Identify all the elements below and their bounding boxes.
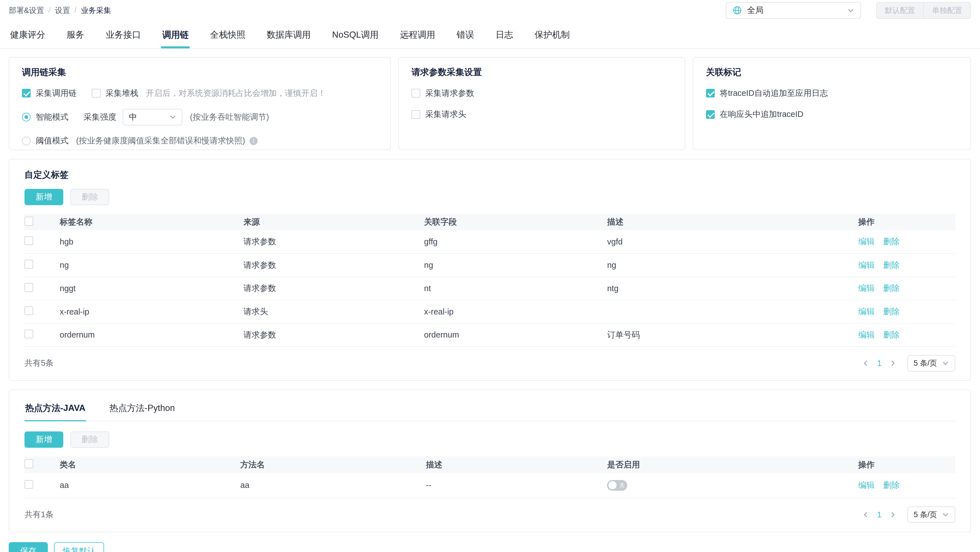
tab-health-score[interactable]: 健康评分 — [9, 21, 46, 48]
tab-fullstack-snapshot[interactable]: 全栈快照 — [209, 21, 247, 48]
tab-remote-calls[interactable]: 远程调用 — [399, 21, 436, 48]
tab-errors[interactable]: 错误 — [455, 21, 476, 48]
edit-link[interactable]: 编辑 — [858, 307, 875, 316]
add-tag-button[interactable]: 新增 — [24, 189, 63, 205]
edit-link[interactable]: 编辑 — [858, 260, 875, 270]
delete-link[interactable]: 删除 — [883, 307, 900, 316]
tab-business-api[interactable]: 业务接口 — [104, 21, 142, 48]
collect-request-headers-checkbox[interactable] — [412, 110, 420, 119]
tab-hot-methods-python[interactable]: 热点方法-Python — [108, 401, 175, 421]
topbar: 部署&设置 / 设置 / 业务采集 全局 — [0, 0, 980, 21]
breadcrumb-item-deploy-settings[interactable]: 部署&设置 — [9, 5, 44, 16]
table-row: nggt 请求参数 nt ntg 编辑 删除 — [24, 277, 955, 300]
breadcrumb-separator: / — [75, 6, 76, 14]
append-traceid-to-header-checkbox[interactable] — [706, 110, 715, 119]
pagination: 1 5 条/页 — [862, 355, 955, 371]
select-all-checkbox[interactable] — [24, 459, 33, 468]
row-checkbox[interactable] — [24, 236, 33, 245]
breadcrumb-item-settings[interactable]: 设置 — [55, 5, 70, 16]
save-button[interactable]: 保存 — [9, 542, 48, 552]
row-checkbox[interactable] — [24, 283, 33, 292]
row-checkbox[interactable] — [24, 330, 33, 338]
append-traceid-log-row: 将traceID自动追加至应用日志 — [706, 88, 958, 99]
row-checkbox[interactable] — [24, 260, 33, 268]
tab-nosql-calls[interactable]: NoSQL调用 — [331, 21, 380, 48]
cell-name: ng — [54, 254, 238, 277]
edit-link[interactable]: 编辑 — [858, 284, 875, 293]
info-icon[interactable] — [250, 137, 258, 145]
tab-logs[interactable]: 日志 — [494, 21, 514, 48]
main-tab-bar: 健康评分 服务 业务接口 调用链 全栈快照 数据库调用 NoSQL调用 远程调用… — [0, 21, 980, 49]
breadcrumb-separator: / — [48, 6, 50, 14]
page-number[interactable]: 1 — [877, 358, 881, 368]
page-size-value: 5 条/页 — [914, 358, 937, 368]
default-config-button[interactable]: 默认配置 — [876, 2, 924, 19]
main-content: 调用链采集 采集调用链 采集堆栈 开启后，对系统资源消耗占比会增加，谨慎开启！ … — [0, 49, 980, 552]
chevron-down-icon — [942, 511, 949, 518]
cell-name: nggt — [54, 277, 238, 300]
delete-tag-button[interactable]: 删除 — [70, 189, 109, 205]
scope-select[interactable]: 全局 — [726, 2, 861, 19]
column-header-actions: 操作 — [853, 214, 955, 230]
page-size-select[interactable]: 5 条/页 — [907, 506, 955, 523]
tab-protection[interactable]: 保护机制 — [533, 21, 571, 48]
page-number[interactable]: 1 — [877, 510, 881, 519]
tab-services[interactable]: 服务 — [65, 21, 86, 48]
hot-methods-panel: 热点方法-JAVA 热点方法-Python 新增 删除 类名 方法名 描述 是否… — [9, 390, 971, 532]
cell-desc: ntg — [602, 277, 853, 300]
append-traceid-to-log-checkbox[interactable] — [706, 89, 715, 98]
threshold-mode-row: 阈值模式 (按业务健康度阈值采集全部错误和慢请求快照) — [22, 135, 377, 146]
trace-mark-card: 关联标记 将traceID自动追加至应用日志 在响应头中追加traceID — [693, 57, 971, 150]
column-header-method: 方法名 — [235, 457, 421, 473]
collect-request-params-label: 采集请求参数 — [425, 88, 474, 99]
next-page-icon[interactable] — [889, 511, 896, 518]
topbar-right: 全局 默认配置 单独配置 — [726, 2, 971, 19]
column-header-name: 标签名称 — [54, 214, 238, 230]
collect-trace-checkbox[interactable] — [22, 89, 31, 98]
pagination: 1 5 条/页 — [862, 506, 955, 523]
tab-database-calls[interactable]: 数据库调用 — [266, 21, 312, 48]
prev-page-icon[interactable] — [862, 360, 869, 367]
edit-link[interactable]: 编辑 — [858, 481, 875, 490]
delete-link[interactable]: 删除 — [883, 237, 900, 246]
tab-call-chain[interactable]: 调用链 — [161, 21, 190, 48]
threshold-mode-radio[interactable] — [22, 136, 31, 145]
single-config-button[interactable]: 单独配置 — [924, 2, 971, 19]
edit-link[interactable]: 编辑 — [858, 330, 875, 339]
add-method-button[interactable]: 新增 — [24, 431, 63, 448]
row-checkbox[interactable] — [24, 306, 33, 315]
append-traceid-header-row: 在响应头中追加traceID — [706, 109, 958, 120]
chevron-down-icon — [942, 360, 949, 367]
collect-params-row: 采集请求参数 — [412, 88, 672, 99]
tab-hot-methods-java[interactable]: 热点方法-JAVA — [24, 401, 86, 421]
collect-stack-checkbox[interactable] — [92, 89, 100, 98]
cell-desc: ng — [602, 254, 853, 277]
table-header-row: 标签名称 来源 关联字段 描述 操作 — [24, 214, 955, 230]
cell-source: 请求头 — [239, 300, 419, 324]
next-page-icon[interactable] — [889, 360, 896, 367]
prev-page-icon[interactable] — [862, 511, 869, 518]
delete-link[interactable]: 删除 — [883, 330, 900, 339]
delete-method-button[interactable]: 删除 — [70, 431, 109, 448]
cell-source: 请求参数 — [239, 277, 419, 300]
page-size-value: 5 条/页 — [914, 509, 937, 520]
collect-request-params-checkbox[interactable] — [412, 89, 420, 98]
delete-link[interactable]: 删除 — [883, 284, 900, 293]
settings-cards-row: 调用链采集 采集调用链 采集堆栈 开启后，对系统资源消耗占比会增加，谨慎开启！ … — [9, 57, 971, 150]
delete-link[interactable]: 删除 — [883, 260, 900, 270]
delete-link[interactable]: 删除 — [883, 481, 900, 490]
page-size-select[interactable]: 5 条/页 — [907, 355, 955, 371]
intensity-select[interactable]: 中 — [123, 109, 183, 125]
column-header-field: 关联字段 — [419, 214, 602, 230]
row-checkbox[interactable] — [24, 480, 33, 489]
restore-default-button[interactable]: 恢复默认 — [54, 542, 104, 552]
cell-field: gffg — [419, 230, 602, 254]
select-all-checkbox[interactable] — [24, 217, 33, 225]
cell-class: aa — [54, 473, 235, 498]
custom-tags-table: 标签名称 来源 关联字段 描述 操作 hgb 请求参数 gffg vgfd — [24, 214, 955, 347]
edit-link[interactable]: 编辑 — [858, 237, 875, 246]
enable-toggle[interactable]: 关 — [607, 480, 627, 491]
smart-mode-radio[interactable] — [22, 113, 31, 121]
business-collection-page: 部署&设置 / 设置 / 业务采集 全局 — [0, 0, 980, 552]
cell-enabled: 关 — [602, 473, 853, 498]
